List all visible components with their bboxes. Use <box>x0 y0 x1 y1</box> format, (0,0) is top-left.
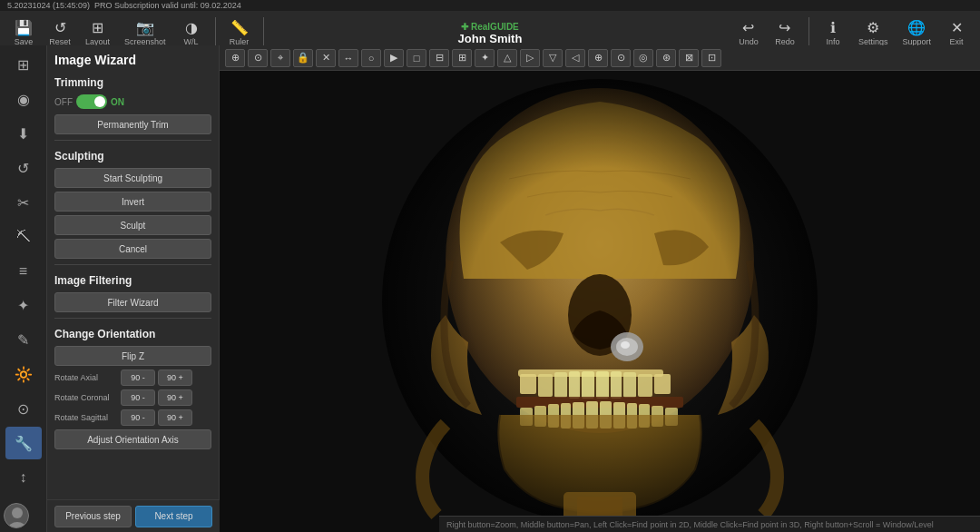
vt-btn-9[interactable]: □ <box>407 49 426 67</box>
save-icon: 💾 <box>15 21 33 35</box>
rotate-axial-row: Rotate Axial 90 - 90 + <box>54 369 211 386</box>
vt-btn-15[interactable]: ▽ <box>543 49 563 67</box>
screenshot-label: Screenshot <box>124 37 166 46</box>
bottom-nav-panel: Previous step Next step <box>47 499 220 532</box>
trimming-section-title: Trimming <box>54 76 211 89</box>
sidebar-btn-rotate[interactable]: ↺ <box>5 153 42 185</box>
vt-btn-14[interactable]: ▷ <box>520 49 540 67</box>
vt-btn-22[interactable]: ⊡ <box>701 49 721 67</box>
viewport-status-bar: Right button=Zoom, Middle button=Pan, Le… <box>439 516 980 532</box>
vt-btn-8[interactable]: ▶ <box>384 49 404 67</box>
app-title-center: ✚ RealGUIDE John Smith <box>458 22 523 45</box>
screenshot-icon: 📷 <box>136 21 154 35</box>
vt-btn-17[interactable]: ⊕ <box>588 49 608 67</box>
subscription-status: PRO Subscription valid until: 09.02.2024 <box>94 1 241 10</box>
sidebar-btn-cut[interactable]: ✂ <box>5 186 42 219</box>
top-status-bar: 5.20231024 (15:45:09) PRO Subscription v… <box>0 0 980 11</box>
rotate-coronal-minus[interactable]: 90 - <box>121 389 155 406</box>
previous-step-button[interactable]: Previous step <box>54 506 132 527</box>
rotate-axial-minus[interactable]: 90 - <box>121 369 155 386</box>
divider-sculpt-filter <box>54 264 211 265</box>
rotate-sagittal-plus[interactable]: 90 + <box>158 409 192 426</box>
next-step-button[interactable]: Next step <box>135 506 212 527</box>
permanently-trim-button[interactable]: Permanently Trim <box>54 114 211 134</box>
rotate-axial-plus[interactable]: 90 + <box>158 369 192 386</box>
vt-btn-11[interactable]: ⊞ <box>452 49 472 67</box>
rotate-coronal-row: Rotate Coronal 90 - 90 + <box>54 389 211 406</box>
ruler-icon: 📏 <box>230 21 249 35</box>
rotate-axial-label: Rotate Axial <box>54 373 118 382</box>
toggle-off-label: OFF <box>54 97 73 107</box>
vt-btn-4[interactable]: 🔒 <box>293 49 313 67</box>
vt-btn-2[interactable]: ⊙ <box>248 49 268 67</box>
vt-btn-6[interactable]: ↔ <box>338 49 358 67</box>
flip-z-button[interactable]: Flip Z <box>54 346 211 366</box>
invert-button[interactable]: Invert <box>54 192 211 212</box>
sidebar-btn-list[interactable]: ≡ <box>5 255 42 288</box>
info-icon: ℹ <box>830 21 836 35</box>
sidebar-btn-wrench[interactable]: 🔧 <box>5 427 42 459</box>
vt-btn-19[interactable]: ◎ <box>633 49 653 67</box>
vt-btn-1[interactable]: ⊕ <box>225 49 245 67</box>
panel-title: Image Wizard <box>54 53 211 67</box>
user-name: John Smith <box>458 32 523 45</box>
exit-label: Exit <box>949 37 963 46</box>
image-filtering-section-title: Image Filtering <box>54 274 211 287</box>
start-sculpting-button[interactable]: Start Sculpting <box>54 168 211 188</box>
vt-btn-3[interactable]: ⌖ <box>270 49 290 67</box>
vt-btn-7[interactable]: ○ <box>361 49 381 67</box>
cancel-button[interactable]: Cancel <box>54 239 211 259</box>
toggle-on-label: ON <box>111 97 124 107</box>
trimming-toggle[interactable] <box>76 94 107 109</box>
rotate-coronal-plus[interactable]: 90 + <box>158 389 192 406</box>
wl-icon: ◑ <box>185 21 198 35</box>
sidebar-btn-circle[interactable]: ⊙ <box>5 393 42 426</box>
filter-wizard-button[interactable]: Filter Wizard <box>54 292 211 312</box>
vt-btn-10[interactable]: ⊟ <box>429 49 449 67</box>
vt-btn-13[interactable]: △ <box>497 49 517 67</box>
sidebar-btn-star[interactable]: ✦ <box>5 290 42 322</box>
rotate-sagittal-minus[interactable]: 90 - <box>121 409 155 426</box>
sidebar-btn-download[interactable]: ⬇ <box>5 118 42 151</box>
vt-btn-12[interactable]: ✦ <box>475 49 495 67</box>
skull-viewport[interactable] <box>220 71 980 532</box>
sidebar-btn-brightness[interactable]: 🔆 <box>5 359 42 391</box>
toggle-knob <box>94 96 105 107</box>
vt-btn-16[interactable]: ◁ <box>565 49 585 67</box>
reset-icon: ↺ <box>54 21 66 35</box>
exit-icon: ✕ <box>951 21 963 35</box>
app-logo: ✚ RealGUIDE <box>461 22 519 32</box>
adjust-orientation-axis-button[interactable]: Adjust Orientation Axis <box>54 429 211 449</box>
info-label: Info <box>826 37 839 46</box>
left-sidebar: ⊞ ◉ ⬇ ↺ ✂ ⛏ ≡ ✦ ✎ 🔆 ⊙ 🔧 ↕ ↔ <box>0 45 47 532</box>
sidebar-btn-vertical[interactable]: ↕ <box>5 461 42 494</box>
ruler-label: Ruler <box>230 37 250 46</box>
sculpt-button[interactable]: Sculpt <box>54 215 211 235</box>
app-version: 5.20231024 (15:45:09) <box>7 1 90 10</box>
svg-point-0 <box>12 507 23 518</box>
layout-icon: ⊞ <box>92 21 103 35</box>
status-text: Right button=Zoom, Middle button=Pan, Le… <box>446 520 934 529</box>
vt-btn-18[interactable]: ⊙ <box>611 49 631 67</box>
reset-label: Reset <box>49 37 71 46</box>
rotate-sagittal-row: Rotate Sagittal 90 - 90 + <box>54 409 211 426</box>
layout-label: Layout <box>85 37 110 46</box>
undo-label: Undo <box>739 37 759 46</box>
wl-label: W/L <box>184 37 199 46</box>
viewport-toolbar: ⊕ ⊙ ⌖ 🔒 ✕ ↔ ○ ▶ □ ⊟ ⊞ ✦ △ ▷ ▽ ◁ ⊕ ⊙ ◎ ⊛ … <box>220 45 980 71</box>
sidebar-btn-sculpt[interactable]: ⛏ <box>5 221 42 253</box>
redo-label: Redo <box>775 37 795 46</box>
vt-btn-5[interactable]: ✕ <box>316 49 336 67</box>
sidebar-btn-view[interactable]: ◉ <box>5 84 42 116</box>
change-orientation-section-title: Change Orientation <box>54 328 211 340</box>
divider-trim-sculpt <box>54 140 211 141</box>
sidebar-btn-layout[interactable]: ⊞ <box>5 49 42 82</box>
settings-label: Settings <box>858 37 888 46</box>
vt-btn-20[interactable]: ⊛ <box>656 49 676 67</box>
svg-point-32 <box>382 79 818 524</box>
sculpting-section-title: Sculpting <box>54 150 211 163</box>
image-wizard-panel: Image Wizard Trimming OFF ON Permanently… <box>47 45 220 499</box>
vt-btn-21[interactable]: ⊠ <box>679 49 699 67</box>
sidebar-btn-edit[interactable]: ✎ <box>5 324 42 357</box>
user-avatar <box>4 503 29 528</box>
